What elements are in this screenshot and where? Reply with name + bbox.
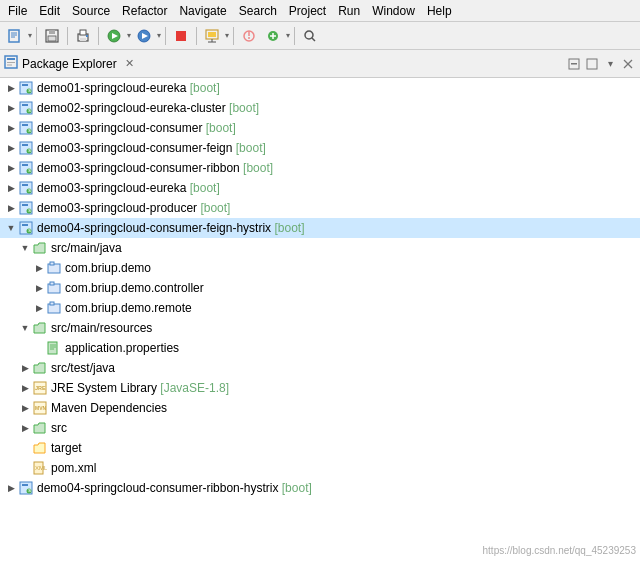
tree-node-tag: [boot] [197, 201, 230, 215]
tree-arrow-icon[interactable] [4, 141, 18, 155]
tree-arrow-icon[interactable] [18, 381, 32, 395]
tree-node-label: Maven Dependencies [51, 401, 167, 415]
tree-item[interactable]: Sdemo03-springcloud-consumer [boot] [0, 118, 640, 138]
toolbar-ext1-btn[interactable] [238, 25, 260, 47]
tree-arrow-icon[interactable] [18, 421, 32, 435]
toolbar-save-btn[interactable] [41, 25, 63, 47]
tree-node-icon: S [18, 220, 34, 236]
tree-arrow-icon[interactable] [4, 221, 18, 235]
tree-item[interactable]: MVNMaven Dependencies [0, 398, 640, 418]
tree-item[interactable]: Sdemo03-springcloud-eureka [boot] [0, 178, 640, 198]
tree-arrow-icon[interactable] [18, 241, 32, 255]
panel-collapse-btn[interactable] [566, 56, 582, 72]
panel-pin-btn[interactable] [620, 56, 636, 72]
tree-item[interactable]: Sdemo02-springcloud-eureka-cluster [boot… [0, 98, 640, 118]
package-explorer-tree[interactable]: Sdemo01-springcloud-eureka [boot]Sdemo02… [0, 78, 640, 564]
tree-node-icon: S [18, 180, 34, 196]
tree-node-label: demo01-springcloud-eureka [boot] [37, 81, 220, 95]
panel-close-icon[interactable]: ✕ [121, 55, 138, 72]
toolbar-print-btn[interactable] [72, 25, 94, 47]
toolbar-deploy-dropdown[interactable]: ▾ [225, 31, 229, 40]
menu-file[interactable]: File [2, 2, 33, 20]
toolbar-run-btn[interactable] [103, 25, 125, 47]
menu-refactor[interactable]: Refactor [116, 2, 173, 20]
tree-arrow-icon[interactable] [18, 401, 32, 415]
toolbar: ▾ ▾ ▾ ▾ ▾ [0, 22, 640, 50]
menu-window[interactable]: Window [366, 2, 421, 20]
tree-node-icon [32, 420, 48, 436]
tree-item[interactable]: src/main/resources [0, 318, 640, 338]
toolbar-ext2-btn[interactable] [262, 25, 284, 47]
tree-item[interactable]: application.properties [0, 338, 640, 358]
tree-node-label: demo03-springcloud-consumer [boot] [37, 121, 236, 135]
svg-text:S: S [28, 168, 31, 173]
tree-item[interactable]: Sdemo03-springcloud-consumer-feign [boot… [0, 138, 640, 158]
toolbar-debug-btn[interactable] [133, 25, 155, 47]
toolbar-search-btn[interactable] [299, 25, 321, 47]
tree-item[interactable]: src/test/java [0, 358, 640, 378]
svg-rect-58 [22, 184, 28, 186]
panel-maximize-btn[interactable] [584, 56, 600, 72]
svg-text:MVN: MVN [35, 405, 47, 411]
tree-item[interactable]: com.briup.demo.remote [0, 298, 640, 318]
tree-item[interactable]: src/main/java [0, 238, 640, 258]
toolbar-new-dropdown[interactable]: ▾ [28, 31, 32, 40]
tree-node-label: demo04-springcloud-consumer-feign-hystri… [37, 221, 304, 235]
tree-node-label: demo03-springcloud-consumer-feign [boot] [37, 141, 266, 155]
menu-edit[interactable]: Edit [33, 2, 66, 20]
tree-node-icon [32, 240, 48, 256]
tree-item[interactable]: Sdemo03-springcloud-producer [boot] [0, 198, 640, 218]
tree-arrow-icon[interactable] [4, 101, 18, 115]
tree-item[interactable]: target [0, 438, 640, 458]
tree-arrow-icon[interactable] [4, 181, 18, 195]
watermark: https://blog.csdn.net/qq_45239253 [483, 545, 636, 556]
tree-arrow-icon[interactable] [4, 161, 18, 175]
tree-arrow-icon[interactable] [4, 481, 18, 495]
tree-node-label: src/main/java [51, 241, 122, 255]
tree-node-label: com.briup.demo.remote [65, 301, 192, 315]
svg-rect-62 [22, 204, 28, 206]
menu-run[interactable]: Run [332, 2, 366, 20]
tree-item[interactable]: Sdemo04-springcloud-consumer-ribbon-hyst… [0, 478, 640, 498]
toolbar-run-dropdown[interactable]: ▾ [127, 31, 131, 40]
tree-arrow-icon[interactable] [32, 261, 46, 275]
menu-search[interactable]: Search [233, 2, 283, 20]
tree-arrow-icon[interactable] [4, 81, 18, 95]
tree-item[interactable]: XMLpom.xml [0, 458, 640, 478]
tree-arrow-icon[interactable] [18, 321, 32, 335]
tree-arrow-icon[interactable] [32, 301, 46, 315]
menu-source[interactable]: Source [66, 2, 116, 20]
panel-title-area: Package Explorer ✕ [4, 55, 138, 72]
tree-item[interactable]: com.briup.demo [0, 258, 640, 278]
sep7 [294, 27, 295, 45]
panel-header: Package Explorer ✕ ▾ [0, 50, 640, 78]
tree-node-label: demo04-springcloud-consumer-ribbon-hystr… [37, 481, 312, 495]
toolbar-ext2-dropdown[interactable]: ▾ [286, 31, 290, 40]
menu-navigate[interactable]: Navigate [173, 2, 232, 20]
tree-arrow-icon[interactable] [4, 201, 18, 215]
menu-project[interactable]: Project [283, 2, 332, 20]
tree-node-label: pom.xml [51, 461, 96, 475]
tree-node-label: demo03-springcloud-consumer-ribbon [boot… [37, 161, 273, 175]
tree-item[interactable]: com.briup.demo.controller [0, 278, 640, 298]
tree-item[interactable]: JREJRE System Library [JavaSE-1.8] [0, 378, 640, 398]
tree-arrow-icon[interactable] [4, 121, 18, 135]
tree-node-label: application.properties [65, 341, 179, 355]
svg-rect-6 [48, 36, 56, 41]
tree-arrow-icon[interactable] [18, 361, 32, 375]
toolbar-stop-btn[interactable] [170, 25, 192, 47]
toolbar-new-btn[interactable] [4, 25, 26, 47]
toolbar-debug-dropdown[interactable]: ▾ [157, 31, 161, 40]
tree-item[interactable]: Sdemo04-springcloud-consumer-feign-hystr… [0, 218, 640, 238]
tree-item[interactable]: Sdemo03-springcloud-consumer-ribbon [boo… [0, 158, 640, 178]
panel-icon [4, 55, 18, 72]
tree-node-icon [46, 280, 62, 296]
tree-arrow-icon[interactable] [32, 281, 46, 295]
tree-item[interactable]: Sdemo01-springcloud-eureka [boot] [0, 78, 640, 98]
svg-rect-38 [22, 84, 28, 86]
menu-help[interactable]: Help [421, 2, 458, 20]
toolbar-deploy-btn[interactable] [201, 25, 223, 47]
tree-node-icon [46, 260, 62, 276]
tree-item[interactable]: src [0, 418, 640, 438]
panel-view-menu-btn[interactable]: ▾ [602, 56, 618, 72]
